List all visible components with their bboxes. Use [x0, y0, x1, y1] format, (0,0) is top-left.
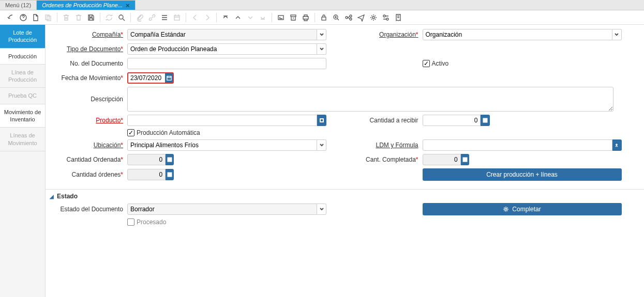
tab-active[interactable]: Ordenes de Producción Plane... ×	[37, 0, 136, 10]
copy-icon[interactable]	[42, 12, 54, 23]
svg-point-9	[346, 17, 348, 19]
trash-icon[interactable]	[73, 12, 84, 23]
section-estado-label: Estado	[57, 193, 78, 200]
prev-icon[interactable]	[189, 12, 201, 23]
close-icon[interactable]: ×	[126, 2, 130, 9]
svg-point-13	[383, 15, 385, 17]
chevron-down-icon[interactable]	[317, 43, 326, 55]
grid-icon[interactable]	[159, 12, 170, 23]
archive-icon[interactable]	[288, 12, 299, 23]
lock-icon[interactable]	[318, 12, 330, 23]
ldm-select[interactable]	[423, 139, 622, 151]
svg-rect-16	[320, 119, 323, 122]
query-icon[interactable]	[380, 12, 392, 23]
label-organizacion: Organización	[345, 31, 423, 38]
window-tabs: Menú (12) Ordenes de Producción Plane...…	[0, 0, 644, 10]
label-cantcompletada: Cant. Completada	[345, 156, 423, 163]
zoom-icon[interactable]	[331, 12, 342, 23]
label-cantordenes: Cantidad órdenes	[50, 171, 127, 178]
undo-icon[interactable]	[5, 12, 17, 23]
svg-rect-17	[483, 118, 487, 122]
activo-checkbox[interactable]: Activo	[423, 60, 449, 67]
workflow-icon[interactable]	[343, 12, 354, 23]
up-icon[interactable]	[232, 12, 244, 23]
toolbar	[0, 10, 644, 25]
chevron-down-icon[interactable]	[317, 204, 326, 215]
cantrecibir-input[interactable]	[423, 115, 481, 126]
chevron-down-icon[interactable]	[317, 139, 326, 151]
save-icon[interactable]	[85, 12, 97, 23]
lookup-icon[interactable]	[317, 115, 326, 126]
ubicacion-input[interactable]	[127, 139, 317, 151]
cantordenes-field	[127, 169, 174, 180]
label-ldm: LDM y Fórmula	[345, 142, 423, 149]
calc-icon[interactable]	[461, 154, 469, 165]
calendar-icon[interactable]	[165, 73, 173, 83]
completar-button[interactable]: Completar	[423, 203, 622, 215]
chevron-down-icon[interactable]	[612, 29, 622, 40]
prodauto-checkbox[interactable]: Producción Automática	[127, 129, 200, 136]
calc-icon[interactable]	[166, 154, 174, 165]
tipodoc-input[interactable]	[127, 43, 317, 55]
producto-input[interactable]	[127, 115, 317, 126]
compania-select[interactable]	[127, 29, 326, 40]
label-cantrecibir: Cantidad a recibir	[345, 117, 423, 124]
collapse-icon: ◢	[50, 194, 54, 199]
tipodoc-select[interactable]	[127, 43, 326, 55]
last-icon[interactable]	[257, 12, 268, 23]
crear-produccion-button[interactable]: Crear producción + líneas	[423, 168, 622, 181]
sidebar-item-movimiento[interactable]: Movimiento de Inventario	[0, 104, 45, 128]
sidebar-item-produccion[interactable]: Producción	[0, 49, 45, 65]
receipt-icon[interactable]	[393, 12, 404, 23]
search-icon[interactable]	[116, 12, 127, 23]
ubicacion-select[interactable]	[127, 139, 326, 151]
cantrecibir-field[interactable]	[423, 115, 490, 126]
chevron-down-icon[interactable]	[317, 29, 326, 40]
down-icon[interactable]	[245, 12, 256, 23]
sidebar-item-prueba: Prueba QC	[0, 88, 45, 104]
gear-icon[interactable]	[368, 12, 379, 23]
descripcion-input[interactable]	[127, 87, 613, 112]
cantordenada-input	[127, 154, 166, 165]
nodoc-input[interactable]	[127, 58, 326, 69]
calc-icon[interactable]	[481, 115, 489, 126]
new-icon[interactable]	[30, 12, 41, 23]
pin-icon[interactable]	[612, 139, 622, 151]
report-icon[interactable]	[275, 12, 287, 23]
next-icon[interactable]	[202, 12, 213, 23]
sidebar-item-lineasmov: Líneas de Movimiento	[0, 128, 45, 151]
attach-icon[interactable]	[134, 12, 145, 23]
calendar-icon[interactable]	[171, 12, 183, 23]
estadodoc-select[interactable]	[127, 204, 326, 215]
svg-point-11	[350, 18, 352, 20]
first-icon[interactable]	[220, 12, 231, 23]
organizacion-select[interactable]	[423, 29, 622, 40]
sidebar-item-linea: Línea de Producción	[0, 65, 45, 88]
link-icon[interactable]	[146, 12, 158, 23]
refresh-icon[interactable]	[103, 12, 115, 23]
fechamov-field[interactable]	[127, 72, 174, 84]
fechamov-input[interactable]	[128, 73, 165, 83]
svg-point-10	[350, 15, 352, 17]
estadodoc-input	[127, 204, 317, 215]
activo-label: Activo	[432, 60, 449, 67]
calc-icon[interactable]	[166, 169, 174, 180]
producto-select[interactable]	[127, 115, 326, 126]
label-producto: Producto	[50, 117, 127, 124]
sidebar-item-lote[interactable]: Lote de Producción	[0, 25, 45, 49]
svg-rect-18	[168, 158, 172, 162]
cantordenada-field	[127, 154, 174, 165]
organizacion-input[interactable]	[423, 29, 612, 40]
cantcompletada-field	[423, 154, 469, 165]
send-icon[interactable]	[355, 12, 367, 23]
svg-rect-6	[291, 15, 296, 17]
svg-rect-4	[174, 15, 179, 20]
delete-icon[interactable]	[61, 12, 72, 23]
print-icon[interactable]	[300, 12, 311, 23]
tab-menu[interactable]: Menú (12)	[0, 0, 37, 10]
ldm-input[interactable]	[423, 139, 612, 151]
compania-input[interactable]	[127, 29, 317, 40]
section-estado[interactable]: ◢ Estado	[46, 189, 644, 203]
tab-active-label: Ordenes de Producción Plane...	[42, 2, 123, 8]
help-icon[interactable]	[18, 12, 29, 23]
